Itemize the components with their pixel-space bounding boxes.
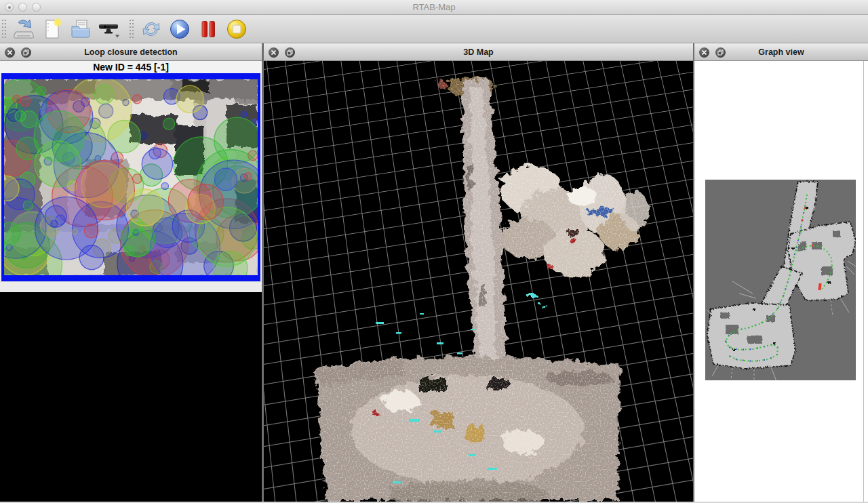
pause-button[interactable] bbox=[194, 16, 222, 43]
database-import-icon bbox=[12, 18, 35, 41]
panel-float-button[interactable] bbox=[715, 47, 726, 58]
play-button[interactable] bbox=[165, 16, 194, 43]
pause-icon bbox=[197, 18, 220, 41]
main-toolbar bbox=[0, 15, 868, 43]
loop-closure-panel: Loop closure detection New ID = 445 [-1] bbox=[0, 43, 262, 503]
graph-view-panel: Graph view bbox=[694, 43, 868, 503]
panel-close-button[interactable] bbox=[269, 47, 279, 58]
panel-title: 3D Map bbox=[264, 44, 693, 60]
play-icon bbox=[168, 18, 191, 41]
stop-button[interactable] bbox=[222, 16, 251, 43]
map-3d-panel-header[interactable]: 3D Map bbox=[264, 43, 693, 61]
close-icon bbox=[701, 49, 707, 56]
graph-view-viewport[interactable] bbox=[694, 61, 868, 503]
panel-right-edge bbox=[863, 61, 864, 503]
panel-float-button[interactable] bbox=[285, 47, 295, 58]
kinect-sensor-icon bbox=[96, 18, 122, 41]
close-icon bbox=[7, 49, 13, 56]
float-restore-icon bbox=[23, 49, 29, 56]
loop-closure-panel-header[interactable]: Loop closure detection bbox=[0, 43, 262, 61]
panel-close-button[interactable] bbox=[699, 47, 709, 58]
window-title: RTAB-Map bbox=[0, 0, 868, 15]
source-select-button[interactable] bbox=[95, 16, 123, 43]
odometry-image-area bbox=[0, 292, 262, 503]
refresh-cache-button[interactable] bbox=[137, 16, 165, 43]
edit-database-button[interactable] bbox=[66, 16, 95, 43]
panel-title: Loop closure detection bbox=[0, 44, 262, 60]
titlebar[interactable]: RTAB-Map bbox=[0, 0, 868, 15]
loop-closure-status: New ID = 445 [-1] bbox=[0, 61, 262, 73]
new-database-button[interactable] bbox=[38, 16, 66, 43]
open-database-button[interactable] bbox=[9, 16, 38, 43]
dock-area: Loop closure detection New ID = 445 [-1] bbox=[0, 43, 868, 503]
refresh-icon bbox=[140, 18, 163, 41]
float-restore-icon bbox=[287, 49, 293, 56]
close-icon bbox=[271, 49, 277, 56]
map-3d-panel: 3D Map bbox=[264, 43, 693, 503]
stop-icon bbox=[225, 18, 248, 41]
open-folder-icon bbox=[69, 18, 92, 41]
toolbar-separator bbox=[129, 19, 135, 39]
point-cloud-viewport[interactable] bbox=[264, 61, 693, 503]
loop-closure-image bbox=[4, 79, 258, 275]
new-file-icon bbox=[41, 18, 64, 41]
point-cloud bbox=[264, 61, 693, 503]
panel-close-button[interactable] bbox=[5, 47, 15, 58]
loop-closure-image-frame bbox=[1, 73, 260, 281]
graph-view-panel-header[interactable]: Graph view bbox=[694, 43, 868, 61]
loop-closure-splitter[interactable] bbox=[0, 281, 262, 292]
occupancy-grid-map bbox=[705, 180, 856, 380]
dropdown-caret-icon bbox=[115, 35, 119, 37]
float-restore-icon bbox=[717, 49, 724, 56]
panel-float-button[interactable] bbox=[21, 47, 31, 58]
toolbar-drag-handle[interactable] bbox=[1, 19, 7, 39]
